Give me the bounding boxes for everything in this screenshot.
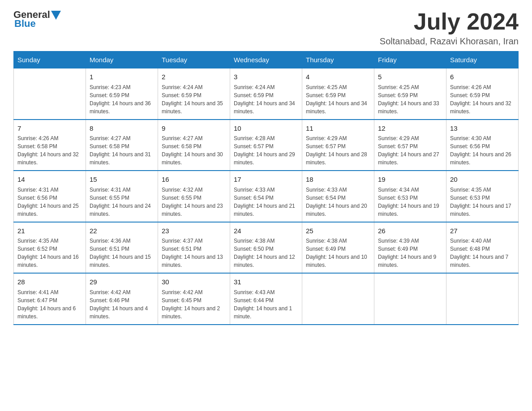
day-info: Sunrise: 4:39 AMSunset: 6:49 PMDaylight:… (378, 237, 442, 269)
day-info: Sunrise: 4:27 AMSunset: 6:58 PMDaylight:… (90, 134, 154, 167)
calendar-cell: 29Sunrise: 4:42 AMSunset: 6:46 PMDayligh… (86, 273, 158, 325)
calendar-cell: 20Sunrise: 4:35 AMSunset: 6:53 PMDayligh… (446, 171, 519, 222)
day-number: 5 (378, 72, 442, 82)
day-number: 3 (234, 72, 298, 82)
day-number: 9 (162, 124, 226, 134)
calendar-body: 1Sunrise: 4:23 AMSunset: 6:59 PMDaylight… (14, 68, 519, 325)
day-info: Sunrise: 4:40 AMSunset: 6:48 PMDaylight:… (450, 237, 515, 269)
weekday-header-thursday: Thursday (302, 51, 374, 68)
day-info: Sunrise: 4:26 AMSunset: 6:58 PMDaylight:… (17, 134, 82, 167)
day-info: Sunrise: 4:33 AMSunset: 6:54 PMDaylight:… (234, 186, 298, 218)
calendar-cell: 8Sunrise: 4:27 AMSunset: 6:58 PMDaylight… (86, 120, 158, 171)
logo: General Blue (13, 9, 61, 30)
calendar-cell: 22Sunrise: 4:36 AMSunset: 6:51 PMDayligh… (86, 222, 158, 274)
day-info: Sunrise: 4:36 AMSunset: 6:51 PMDaylight:… (90, 237, 154, 269)
day-number: 13 (450, 124, 515, 134)
calendar-cell: 7Sunrise: 4:26 AMSunset: 6:58 PMDaylight… (14, 120, 86, 171)
weekday-header-friday: Friday (374, 51, 446, 68)
day-info: Sunrise: 4:29 AMSunset: 6:57 PMDaylight:… (306, 134, 370, 167)
calendar-cell (302, 273, 374, 325)
day-info: Sunrise: 4:37 AMSunset: 6:51 PMDaylight:… (162, 237, 226, 269)
weekday-header-sunday: Sunday (14, 51, 86, 68)
calendar-cell: 14Sunrise: 4:31 AMSunset: 6:56 PMDayligh… (14, 171, 86, 222)
day-number: 26 (378, 226, 442, 236)
day-info: Sunrise: 4:41 AMSunset: 6:47 PMDaylight:… (17, 288, 82, 321)
weekday-header-tuesday: Tuesday (158, 51, 230, 68)
day-number: 2 (162, 72, 226, 82)
calendar-cell: 18Sunrise: 4:33 AMSunset: 6:54 PMDayligh… (302, 171, 374, 222)
day-info: Sunrise: 4:42 AMSunset: 6:46 PMDaylight:… (90, 288, 154, 321)
calendar-cell: 11Sunrise: 4:29 AMSunset: 6:57 PMDayligh… (302, 120, 374, 171)
month-year-title: July 2024 (380, 9, 519, 34)
day-info: Sunrise: 4:24 AMSunset: 6:59 PMDaylight:… (162, 83, 226, 116)
day-number: 30 (162, 277, 226, 287)
day-number: 25 (306, 226, 370, 236)
calendar-cell: 25Sunrise: 4:38 AMSunset: 6:49 PMDayligh… (302, 222, 374, 274)
day-number: 17 (234, 175, 298, 185)
calendar-cell: 15Sunrise: 4:31 AMSunset: 6:55 PMDayligh… (86, 171, 158, 222)
day-number: 28 (17, 277, 82, 287)
calendar-cell: 13Sunrise: 4:30 AMSunset: 6:56 PMDayligh… (446, 120, 519, 171)
day-number: 19 (378, 175, 442, 185)
day-info: Sunrise: 4:38 AMSunset: 6:49 PMDaylight:… (306, 237, 370, 269)
day-number: 24 (234, 226, 298, 236)
title-section: July 2024 Soltanabad, Razavi Khorasan, I… (380, 9, 519, 47)
day-info: Sunrise: 4:43 AMSunset: 6:44 PMDaylight:… (234, 288, 298, 321)
calendar-cell: 30Sunrise: 4:42 AMSunset: 6:45 PMDayligh… (158, 273, 230, 325)
day-number: 15 (90, 175, 154, 185)
day-info: Sunrise: 4:32 AMSunset: 6:55 PMDaylight:… (162, 186, 226, 218)
day-info: Sunrise: 4:24 AMSunset: 6:59 PMDaylight:… (234, 83, 298, 116)
calendar-cell (446, 273, 519, 325)
day-number: 1 (90, 72, 154, 82)
day-info: Sunrise: 4:35 AMSunset: 6:53 PMDaylight:… (450, 186, 515, 218)
calendar-cell (374, 273, 446, 325)
day-info: Sunrise: 4:33 AMSunset: 6:54 PMDaylight:… (306, 186, 370, 218)
day-number: 22 (90, 226, 154, 236)
day-info: Sunrise: 4:34 AMSunset: 6:53 PMDaylight:… (378, 186, 442, 218)
day-number: 23 (162, 226, 226, 236)
calendar-cell: 27Sunrise: 4:40 AMSunset: 6:48 PMDayligh… (446, 222, 519, 274)
calendar-cell: 28Sunrise: 4:41 AMSunset: 6:47 PMDayligh… (14, 273, 86, 325)
day-info: Sunrise: 4:25 AMSunset: 6:59 PMDaylight:… (306, 83, 370, 116)
day-number: 8 (90, 124, 154, 134)
day-number: 31 (234, 277, 298, 287)
calendar-cell: 26Sunrise: 4:39 AMSunset: 6:49 PMDayligh… (374, 222, 446, 274)
day-number: 12 (378, 124, 442, 134)
calendar-cell: 2Sunrise: 4:24 AMSunset: 6:59 PMDaylight… (158, 68, 230, 120)
calendar-cell: 16Sunrise: 4:32 AMSunset: 6:55 PMDayligh… (158, 171, 230, 222)
weekday-header-monday: Monday (86, 51, 158, 68)
day-number: 27 (450, 226, 515, 236)
calendar-header: SundayMondayTuesdayWednesdayThursdayFrid… (14, 51, 519, 68)
calendar-week-row: 14Sunrise: 4:31 AMSunset: 6:56 PMDayligh… (14, 171, 519, 222)
day-info: Sunrise: 4:31 AMSunset: 6:56 PMDaylight:… (17, 186, 82, 218)
calendar-cell: 21Sunrise: 4:35 AMSunset: 6:52 PMDayligh… (14, 222, 86, 274)
day-info: Sunrise: 4:29 AMSunset: 6:57 PMDaylight:… (378, 134, 442, 167)
calendar-cell: 3Sunrise: 4:24 AMSunset: 6:59 PMDaylight… (230, 68, 302, 120)
day-number: 4 (306, 72, 370, 82)
calendar-cell (14, 68, 86, 120)
day-number: 10 (234, 124, 298, 134)
weekday-header-saturday: Saturday (446, 51, 519, 68)
calendar-cell: 24Sunrise: 4:38 AMSunset: 6:50 PMDayligh… (230, 222, 302, 274)
day-number: 16 (162, 175, 226, 185)
day-info: Sunrise: 4:23 AMSunset: 6:59 PMDaylight:… (90, 83, 154, 116)
calendar-cell: 9Sunrise: 4:27 AMSunset: 6:58 PMDaylight… (158, 120, 230, 171)
calendar-cell: 19Sunrise: 4:34 AMSunset: 6:53 PMDayligh… (374, 171, 446, 222)
location-subtitle: Soltanabad, Razavi Khorasan, Iran (380, 36, 519, 47)
calendar-week-row: 1Sunrise: 4:23 AMSunset: 6:59 PMDaylight… (14, 68, 519, 120)
day-info: Sunrise: 4:35 AMSunset: 6:52 PMDaylight:… (17, 237, 82, 269)
day-number: 29 (90, 277, 154, 287)
page-header: General Blue July 2024 Soltanabad, Razav… (13, 9, 519, 47)
day-info: Sunrise: 4:25 AMSunset: 6:59 PMDaylight:… (378, 83, 442, 116)
day-number: 14 (17, 175, 82, 185)
calendar-cell: 12Sunrise: 4:29 AMSunset: 6:57 PMDayligh… (374, 120, 446, 171)
calendar-week-row: 7Sunrise: 4:26 AMSunset: 6:58 PMDaylight… (14, 120, 519, 171)
calendar-week-row: 21Sunrise: 4:35 AMSunset: 6:52 PMDayligh… (14, 222, 519, 274)
calendar-cell: 4Sunrise: 4:25 AMSunset: 6:59 PMDaylight… (302, 68, 374, 120)
calendar-cell: 6Sunrise: 4:26 AMSunset: 6:59 PMDaylight… (446, 68, 519, 120)
day-info: Sunrise: 4:31 AMSunset: 6:55 PMDaylight:… (90, 186, 154, 218)
calendar-cell: 5Sunrise: 4:25 AMSunset: 6:59 PMDaylight… (374, 68, 446, 120)
day-info: Sunrise: 4:28 AMSunset: 6:57 PMDaylight:… (234, 134, 298, 167)
day-info: Sunrise: 4:27 AMSunset: 6:58 PMDaylight:… (162, 134, 226, 167)
day-info: Sunrise: 4:26 AMSunset: 6:59 PMDaylight:… (450, 83, 515, 116)
